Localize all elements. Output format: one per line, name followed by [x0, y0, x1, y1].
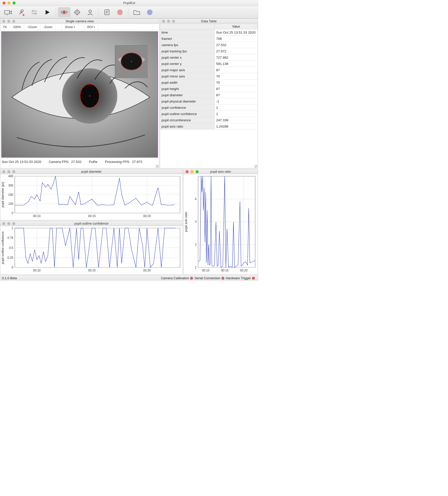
camera-status-bar: Sun Oct 25 13:51:33 2020 Camera FPS: 27.… — [0, 159, 159, 165]
data-table-title: Data Table — [160, 19, 258, 23]
svg-text:0: 0 — [12, 266, 13, 269]
table-key: frame# — [160, 36, 215, 42]
table-value: 247.338 — [215, 117, 258, 123]
record-button[interactable] — [114, 7, 126, 17]
show-menu-button[interactable]: Show▾ — [62, 24, 78, 30]
svg-text:00:20: 00:20 — [143, 269, 151, 272]
status-camera-fps: Camera FPS: 27.532 — [49, 160, 82, 164]
svg-text:00:20: 00:20 — [240, 269, 247, 272]
status-algorithm: PuRe — [89, 160, 97, 164]
table-row[interactable]: pupil tracking fps27.972 — [160, 48, 258, 54]
zoom-in-button[interactable]: +Zoom — [24, 24, 40, 30]
roi-menu-button[interactable]: ROI▾ — [84, 24, 98, 30]
table-row[interactable]: camera fps27.532 — [160, 42, 258, 48]
chevron-down-icon: ▾ — [74, 26, 75, 28]
pupil-inset — [115, 45, 147, 78]
resize-grip[interactable] — [254, 165, 257, 168]
pupil-diameter-panel: pupil diameter 010020030040000:1000:1500… — [0, 169, 183, 220]
fit-button[interactable]: Fit — [0, 24, 10, 30]
serial-connection-status-icon — [221, 277, 224, 280]
table-row[interactable]: pupil height87 — [160, 86, 258, 92]
svg-point-9 — [75, 10, 79, 15]
table-value: 87 — [215, 92, 258, 98]
table-row[interactable]: pupil center x727.982 — [160, 54, 258, 61]
svg-text:1: 1 — [12, 226, 13, 230]
camera-calibration-label: Camera Calibration — [161, 276, 189, 280]
pupil-outline-chart[interactable]: 00.250.50.75100:1000:1500:20pupil outlin… — [0, 226, 183, 274]
pupil-ratio-chart[interactable]: 123400:1000:1500:20pupil axis ratio — [184, 174, 258, 274]
camera-source-button[interactable] — [2, 7, 15, 17]
hardware-trigger-status-icon — [252, 277, 255, 280]
svg-point-7 — [35, 13, 36, 14]
table-row[interactable]: timeSun Oct 25 13:51:33 2020 — [160, 29, 258, 36]
zoom-100-button[interactable]: 100% — [10, 24, 24, 30]
table-value: 27.972 — [215, 48, 258, 54]
data-table-header: Value — [160, 24, 258, 29]
table-row[interactable]: pupil axis ratio1.24286 — [160, 123, 258, 130]
svg-text:400: 400 — [8, 174, 13, 178]
document-icon — [104, 9, 110, 16]
svg-text:00:20: 00:20 — [143, 214, 151, 218]
marker-dot-icon — [147, 10, 153, 15]
table-row[interactable]: pupil width70 — [160, 79, 258, 86]
play-icon — [45, 10, 50, 15]
svg-text:pupil diameter [px]: pupil diameter [px] — [1, 182, 5, 207]
open-folder-button[interactable] — [130, 7, 143, 17]
folder-icon — [133, 10, 140, 15]
svg-text:3: 3 — [195, 220, 197, 224]
marker-button[interactable] — [143, 7, 156, 17]
table-value: -1 — [215, 98, 258, 104]
chevron-down-icon: ▾ — [94, 26, 95, 28]
svg-rect-0 — [5, 11, 10, 14]
svg-text:0.5: 0.5 — [9, 246, 13, 250]
svg-text:200: 200 — [8, 193, 13, 196]
table-key: pupil circumference — [160, 117, 215, 123]
log-button[interactable] — [101, 7, 113, 17]
svg-text:300: 300 — [8, 184, 13, 187]
pupil-diameter-title: pupil diameter — [0, 170, 183, 173]
table-row[interactable]: frame#708 — [160, 36, 258, 42]
table-row[interactable]: pupil minor axis70 — [160, 73, 258, 79]
svg-text:pupil axis ratio: pupil axis ratio — [184, 212, 188, 232]
svg-text:1: 1 — [195, 266, 197, 269]
settings-slider-button[interactable] — [28, 7, 41, 17]
table-value: 70 — [215, 79, 258, 85]
table-value: 727.982 — [215, 54, 258, 60]
minimize-window-button[interactable] — [8, 2, 11, 5]
pupil-detect-button[interactable] — [58, 7, 70, 17]
svg-point-8 — [63, 11, 65, 13]
table-row[interactable]: pupil diameter87 — [160, 92, 258, 98]
table-row[interactable]: pupil outline confidence1 — [160, 111, 258, 117]
table-value: 87 — [215, 67, 258, 73]
play-button[interactable] — [41, 7, 54, 17]
table-value: 1.24286 — [215, 123, 258, 129]
camera-canvas[interactable] — [1, 31, 158, 158]
pupil-outline-panel: pupil outline confidence 00.250.50.75100… — [0, 221, 183, 275]
table-key: pupil height — [160, 86, 215, 92]
zoom-out-button[interactable]: -Zoom — [40, 24, 56, 30]
table-value: 27.532 — [215, 42, 258, 48]
table-key: pupil major axis — [160, 67, 215, 73]
svg-text:00:15: 00:15 — [88, 269, 96, 272]
zoom-window-button[interactable] — [13, 2, 16, 5]
hardware-trigger-label: Hardware Trigger — [226, 276, 251, 280]
data-table-body: timeSun Oct 25 13:51:33 2020frame#708cam… — [160, 29, 258, 130]
subject-button[interactable] — [84, 7, 96, 17]
camera-icon — [4, 9, 13, 15]
table-row[interactable]: pupil center y591.138 — [160, 61, 258, 67]
table-row[interactable]: pupil circumference247.338 — [160, 117, 258, 123]
close-window-button[interactable] — [3, 2, 6, 5]
table-key: pupil diameter — [160, 92, 215, 98]
table-row[interactable]: pupil confidence1 — [160, 105, 258, 111]
record-dot-icon — [117, 10, 123, 15]
resize-grip[interactable] — [156, 165, 159, 168]
camera-view-panel: Single camera view Fit 100% +Zoom -Zoom … — [0, 19, 159, 168]
pupil-diameter-chart[interactable]: 010020030040000:1000:1500:20pupil diamet… — [0, 174, 183, 220]
connect-button[interactable] — [15, 7, 28, 17]
table-row[interactable]: pupil physical diameter-1 — [160, 98, 258, 105]
status-bar: 0.1.0 Beta Camera Calibration Serial Con… — [0, 275, 258, 281]
table-row[interactable]: pupil major axis87 — [160, 67, 258, 73]
calibrate-button[interactable] — [71, 7, 83, 17]
table-key: pupil physical diameter — [160, 98, 215, 104]
table-key: camera fps — [160, 42, 215, 48]
